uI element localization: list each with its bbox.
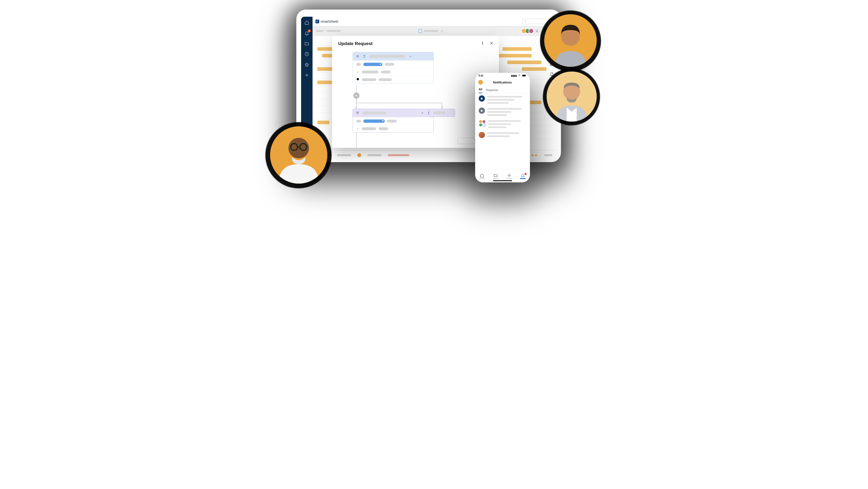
star-icon[interactable] xyxy=(304,62,309,67)
footer-item[interactable] xyxy=(337,154,351,156)
plus-icon[interactable]: + xyxy=(356,127,360,130)
document-tab[interactable]: ☆ xyxy=(418,29,443,33)
cancel-button[interactable] xyxy=(458,138,475,144)
home-icon[interactable] xyxy=(304,20,309,25)
notification-item[interactable] xyxy=(479,95,526,104)
svg-rect-14 xyxy=(522,75,525,77)
svg-point-7 xyxy=(482,42,483,42)
home-indicator xyxy=(493,180,512,181)
update-request-modal: Update Request + xyxy=(332,36,499,148)
person-illustration xyxy=(544,14,597,67)
avatar xyxy=(479,132,485,138)
add-step-icon[interactable]: + xyxy=(353,92,360,99)
close-icon[interactable] xyxy=(489,40,495,46)
brand: ✓ smartsheet xyxy=(315,19,338,23)
battery-icon xyxy=(522,74,526,77)
nav-apps[interactable] xyxy=(506,173,512,179)
notification-item[interactable]: +6 xyxy=(479,120,526,128)
avatar xyxy=(529,28,534,34)
avatar-group: +6 xyxy=(479,120,486,127)
topbar: ✓ smartsheet xyxy=(313,17,556,26)
modal-title: Update Request xyxy=(338,41,493,46)
nav-notifications[interactable] xyxy=(520,173,526,179)
bell-icon xyxy=(479,108,485,114)
avatar-bubble xyxy=(547,71,597,122)
svg-point-1 xyxy=(524,21,526,22)
bell-badge: 3 xyxy=(308,29,311,32)
notification-dot-icon xyxy=(524,173,527,175)
nav-home[interactable] xyxy=(479,173,485,179)
brand-name: smartsheet xyxy=(321,19,338,23)
favorite-star-icon[interactable]: ☆ xyxy=(440,29,443,33)
svg-rect-15 xyxy=(526,75,526,76)
cellular-icon: ▮▮▮▮ xyxy=(511,74,517,77)
chevron-up-icon[interactable] xyxy=(421,111,424,115)
avatar[interactable] xyxy=(478,80,483,85)
chevron-down-icon[interactable] xyxy=(409,54,412,58)
phone-title: Notifications xyxy=(493,81,512,84)
workflow-trigger-block[interactable]: + xyxy=(352,52,434,84)
brand-mark-icon: ✓ xyxy=(315,20,319,23)
upload-icon[interactable] xyxy=(362,54,366,58)
more-options-icon[interactable] xyxy=(479,40,486,46)
breadcrumb-item[interactable] xyxy=(327,30,341,32)
footer-item[interactable] xyxy=(388,154,409,156)
workflow-otherwise-block[interactable] xyxy=(429,109,455,117)
phone-time: 9:41 xyxy=(479,74,484,77)
field-chip[interactable] xyxy=(363,63,382,66)
nav-folder[interactable] xyxy=(493,173,498,179)
breadcrumb-item[interactable] xyxy=(316,30,324,32)
field-chip[interactable] xyxy=(363,119,385,123)
phone-status-bar: 9:41 ▮▮▮▮ xyxy=(475,73,530,78)
notification-item[interactable] xyxy=(479,132,526,138)
clock-icon[interactable] xyxy=(356,78,360,82)
add-collaborator-icon[interactable]: + xyxy=(535,29,539,33)
svg-point-8 xyxy=(482,43,483,43)
phone-tabs: All Requests xyxy=(475,86,530,93)
avatar xyxy=(358,153,361,157)
tab-requests[interactable]: Requests xyxy=(486,88,498,93)
wifi-icon xyxy=(518,74,521,77)
collaborator-avatars[interactable]: + xyxy=(521,28,539,34)
workflow-condition-block[interactable]: + xyxy=(352,109,434,132)
person-illustration xyxy=(547,71,597,122)
bell-icon xyxy=(479,95,485,101)
folder-icon[interactable] xyxy=(304,41,309,46)
more-count-badge: +6 xyxy=(482,123,486,127)
sheet-icon xyxy=(418,29,422,33)
plus-icon[interactable]: + xyxy=(356,70,360,74)
footer-item[interactable] xyxy=(544,154,552,156)
notification-item[interactable] xyxy=(479,108,526,116)
tab-all[interactable]: All xyxy=(479,88,482,93)
avatar-bubble xyxy=(270,126,327,184)
clock-icon[interactable] xyxy=(304,52,309,57)
phone-bottom-nav xyxy=(475,170,530,182)
bell-icon[interactable]: 3 xyxy=(304,31,309,36)
add-icon[interactable] xyxy=(304,72,309,78)
person-illustration xyxy=(270,126,327,184)
svg-point-9 xyxy=(482,44,483,44)
footer-item[interactable] xyxy=(367,154,382,156)
avatar-bubble xyxy=(544,14,597,67)
notification-list: +6 xyxy=(475,93,530,140)
phone-mock: 9:41 ▮▮▮▮ Notifications All Requests xyxy=(475,73,530,182)
menu-icon[interactable] xyxy=(356,54,360,58)
breadcrumb-toolbar: ☆ + xyxy=(313,26,556,36)
filter-icon[interactable] xyxy=(356,111,360,115)
